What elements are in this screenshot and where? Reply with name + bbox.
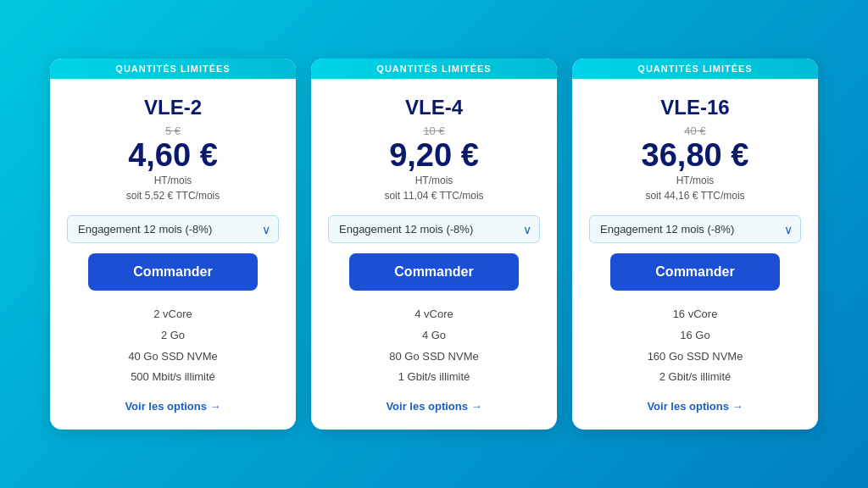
price-sub-0: HT/moissoit 5,52 € TTC/mois bbox=[126, 173, 220, 203]
engagement-wrapper-0[interactable]: Engagement 12 mois (-8%) bbox=[67, 215, 279, 243]
voir-options-link-0[interactable]: Voir les options → bbox=[125, 400, 220, 413]
main-price-1: 9,20 € bbox=[389, 139, 479, 171]
pricing-card-0: QUANTITÉS LIMITÉES VLE-2 5 € 4,60 € HT/m… bbox=[50, 58, 296, 430]
pricing-card-1: QUANTITÉS LIMITÉES VLE-4 10 € 9,20 € HT/… bbox=[311, 58, 557, 430]
old-price-1: 10 € bbox=[423, 125, 444, 137]
specs-0: 2 vCore2 Go40 Go SSD NVMe500 Mbit/s illi… bbox=[128, 304, 218, 388]
price-sub-2: HT/moissoit 44,16 € TTC/mois bbox=[645, 173, 744, 203]
pricing-card-2: QUANTITÉS LIMITÉES VLE-16 40 € 36,80 € H… bbox=[572, 58, 818, 430]
specs-1: 4 vCore4 Go80 Go SSD NVMe1 Gbit/s illimi… bbox=[389, 304, 479, 388]
card-body-1: VLE-4 10 € 9,20 € HT/moissoit 11,04 € TT… bbox=[311, 79, 557, 430]
voir-options-link-2[interactable]: Voir les options → bbox=[647, 400, 743, 413]
limited-badge-1: QUANTITÉS LIMITÉES bbox=[311, 58, 557, 79]
engagement-select-0[interactable]: Engagement 12 mois (-8%) bbox=[67, 215, 279, 243]
limited-badge-0: QUANTITÉS LIMITÉES bbox=[50, 58, 296, 79]
plan-name-2: VLE-16 bbox=[660, 96, 729, 119]
limited-badge-2: QUANTITÉS LIMITÉES bbox=[572, 58, 818, 79]
commander-button-0[interactable]: Commander bbox=[88, 253, 258, 291]
engagement-wrapper-2[interactable]: Engagement 12 mois (-8%) bbox=[589, 215, 801, 243]
card-body-0: VLE-2 5 € 4,60 € HT/moissoit 5,52 € TTC/… bbox=[50, 79, 296, 430]
voir-options-link-1[interactable]: Voir les options → bbox=[386, 400, 481, 413]
main-price-0: 4,60 € bbox=[128, 139, 218, 171]
engagement-select-1[interactable]: Engagement 12 mois (-8%) bbox=[328, 215, 540, 243]
specs-2: 16 vCore16 Go160 Go SSD NVMe2 Gbit/s ill… bbox=[648, 304, 743, 388]
engagement-select-2[interactable]: Engagement 12 mois (-8%) bbox=[589, 215, 801, 243]
old-price-0: 5 € bbox=[165, 125, 181, 137]
commander-button-2[interactable]: Commander bbox=[610, 253, 780, 291]
pricing-cards: QUANTITÉS LIMITÉES VLE-2 5 € 4,60 € HT/m… bbox=[50, 58, 818, 430]
price-sub-1: HT/moissoit 11,04 € TTC/mois bbox=[384, 173, 483, 203]
commander-button-1[interactable]: Commander bbox=[349, 253, 519, 291]
main-price-2: 36,80 € bbox=[642, 139, 749, 171]
plan-name-1: VLE-4 bbox=[405, 96, 463, 119]
card-body-2: VLE-16 40 € 36,80 € HT/moissoit 44,16 € … bbox=[572, 79, 818, 430]
plan-name-0: VLE-2 bbox=[144, 96, 202, 119]
old-price-2: 40 € bbox=[684, 125, 705, 137]
engagement-wrapper-1[interactable]: Engagement 12 mois (-8%) bbox=[328, 215, 540, 243]
